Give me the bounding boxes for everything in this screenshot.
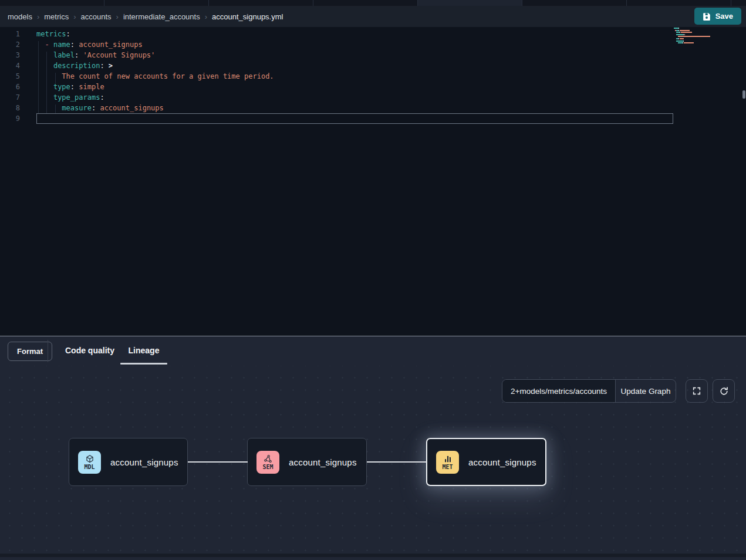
code-line[interactable]: 8 measure: account_signups	[0, 103, 746, 113]
top-tab-segment[interactable]	[418, 0, 522, 6]
node-label: account_signups	[289, 457, 357, 467]
node-type-badge: MDL	[84, 464, 94, 470]
format-button[interactable]: Format	[8, 342, 52, 361]
fullscreen-button[interactable]	[686, 379, 708, 403]
code-editor[interactable]: 1metrics:2 - name: account_signups3 labe…	[0, 27, 746, 336]
top-tab-segment[interactable]	[522, 0, 627, 6]
chevron-right-icon: ›	[37, 12, 39, 21]
minimap[interactable]	[674, 28, 711, 45]
code-line[interactable]: 7 type_params:	[0, 92, 746, 103]
top-tab-segment[interactable]	[313, 0, 418, 6]
line-number: 2	[0, 39, 20, 50]
lineage-node-sem[interactable]: SEMaccount_signups	[247, 438, 367, 486]
breadcrumb-item-metrics[interactable]: metrics	[44, 12, 69, 21]
node-type-badge: MET	[442, 464, 453, 470]
code-line-content: type_params:	[20, 92, 104, 103]
cube-icon	[85, 454, 94, 464]
code-line[interactable]: 6 type: simple	[0, 82, 746, 92]
current-line-highlight	[36, 113, 673, 124]
chevron-right-icon: ›	[205, 12, 207, 21]
line-number: 5	[0, 71, 20, 82]
line-number: 9	[0, 113, 20, 124]
code-line-content: The count of new accounts for a given ti…	[20, 71, 274, 82]
breadcrumb-item-intermediate-accounts[interactable]: intermediate_accounts	[123, 12, 200, 21]
node-type-tile: SEM	[256, 451, 279, 474]
lineage-selector-group: Update Graph	[502, 379, 676, 403]
update-graph-button[interactable]: Update Graph	[615, 380, 676, 402]
top-tab-segment[interactable]	[104, 0, 209, 6]
tab-lineage[interactable]: Lineage	[120, 336, 167, 365]
top-tab-segment[interactable]	[209, 0, 313, 6]
indent-guide	[46, 52, 47, 113]
line-number: 4	[0, 60, 20, 71]
indent-guide	[38, 41, 39, 113]
code-line[interactable]: 1metrics:	[0, 29, 746, 39]
node-label: account_signups	[110, 457, 178, 467]
code-line[interactable]: 4 description: >	[0, 60, 746, 71]
bar-chart-icon	[443, 454, 453, 464]
code-line-content: description: >	[20, 60, 113, 71]
canvas-bottom-strip	[0, 554, 746, 557]
lineage-node-met[interactable]: METaccount_signups	[426, 438, 546, 486]
node-label: account_signups	[468, 457, 536, 467]
line-number: 8	[0, 103, 20, 113]
indent-guide	[55, 104, 56, 113]
breadcrumb-item-accounts[interactable]: accounts	[81, 12, 112, 21]
line-number: 1	[0, 29, 20, 39]
code-line-content: metrics:	[20, 29, 70, 39]
line-number: 7	[0, 92, 20, 103]
code-line[interactable]: 2 - name: account_signups	[0, 39, 746, 50]
top-tab-strip[interactable]	[0, 0, 746, 6]
lineage-node-mdl[interactable]: MDLaccount_signups	[69, 438, 188, 486]
breadcrumb: models › metrics › accounts › intermedia…	[0, 6, 746, 27]
scrollbar-thumb[interactable]	[742, 90, 745, 99]
node-type-tile: MDL	[78, 451, 101, 474]
chevron-right-icon: ›	[73, 12, 76, 21]
lineage-edge	[188, 461, 248, 463]
line-number: 3	[0, 50, 20, 60]
breadcrumb-item-file[interactable]: account_signups.yml	[212, 12, 283, 21]
line-number: 6	[0, 82, 20, 92]
top-tab-segment[interactable]	[0, 0, 104, 6]
code-lines[interactable]: 1metrics:2 - name: account_signups3 labe…	[0, 29, 746, 124]
divider	[48, 340, 48, 362]
node-type-badge: SEM	[262, 464, 273, 470]
network-icon	[264, 454, 273, 464]
refresh-icon	[719, 386, 729, 396]
code-line-content	[20, 113, 36, 124]
refresh-button[interactable]	[713, 379, 735, 403]
indent-guide	[55, 73, 56, 83]
tab-code-quality[interactable]: Code quality	[62, 336, 118, 365]
code-line-content: measure: account_signups	[20, 103, 164, 113]
fullscreen-icon	[692, 386, 701, 396]
breadcrumb-item-models[interactable]: models	[8, 12, 32, 21]
top-tab-segment[interactable]	[627, 0, 731, 6]
floppy-disk-icon	[703, 12, 711, 21]
lineage-edge	[367, 461, 427, 463]
chevron-right-icon: ›	[116, 12, 119, 21]
node-type-tile: MET	[436, 451, 459, 474]
lineage-selector-input[interactable]	[502, 380, 615, 402]
save-button[interactable]: Save	[694, 8, 741, 25]
code-line[interactable]: 5 The count of new accounts for a given …	[0, 71, 746, 82]
code-line-content: type: simple	[20, 82, 104, 92]
code-line-content: label: 'Account Signups'	[20, 50, 155, 60]
code-line[interactable]: 3 label: 'Account Signups'	[0, 50, 746, 60]
bottom-panel: Format Code quality Lineage Update Graph…	[0, 336, 746, 560]
